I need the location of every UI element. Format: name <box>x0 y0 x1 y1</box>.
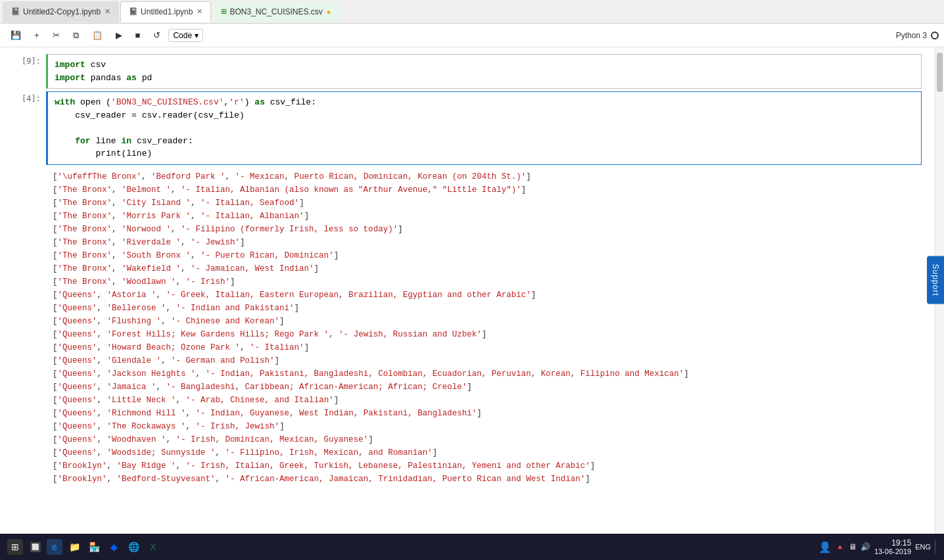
str-filename: 'BON3_NC_CUISINES.csv' <box>111 97 224 107</box>
output-line: ['Queens', 'Little Neck ', '- Arab, Chin… <box>53 394 915 407</box>
output-line: ['The Bronx', 'Morris Park ', '- Italian… <box>53 210 915 223</box>
tab-modified-indicator: ● <box>327 8 331 16</box>
scrollbar-thumb[interactable] <box>937 53 943 92</box>
output-content: ['\ufeffThe Bronx', 'Bedford Park ', '- … <box>46 168 922 488</box>
output-line: ['The Bronx', 'Wakefield ', '- Jamaican,… <box>53 262 915 275</box>
chrome-button[interactable]: 🌐 <box>126 539 141 555</box>
cell-type-select[interactable]: Code ▾ <box>168 29 203 42</box>
cell-2-label: [4]: <box>0 91 46 165</box>
restart-button[interactable]: ↺ <box>148 28 166 43</box>
chevron-down-icon: ▾ <box>195 31 199 40</box>
windows-icon: ⊞ <box>11 542 19 552</box>
add-cell-button[interactable]: + <box>29 28 45 43</box>
notebook-icon: 📓 <box>11 7 20 16</box>
tab-csv[interactable]: ⊞ BON3_NC_CUISINES.csv ● <box>212 1 339 22</box>
output-line: ['Brooklyn', 'Bedford-Stuyvesant', '- Af… <box>53 473 915 486</box>
keyword-as1: as <box>126 73 137 83</box>
cell-1-label: [9]: <box>0 54 46 89</box>
output-line: ['Queens', 'Bellerose ', '- Indian and P… <box>53 302 915 315</box>
dropbox-icon: ◆ <box>110 542 118 552</box>
output-line: ['Queens', 'Astoria ', '- Greek, Italian… <box>53 289 915 302</box>
arg-csvfile: csv_file <box>198 110 239 120</box>
folder-button[interactable]: 📁 <box>66 539 82 555</box>
task-view-button[interactable]: 🔲 <box>27 539 43 555</box>
output-line: ['Queens', 'Woodhaven ', '- Irish, Domin… <box>53 433 915 446</box>
copy-button[interactable]: ⧉ <box>68 28 84 43</box>
output-line: ['Queens', 'Forest Hills; Kew Gardens Hi… <box>53 328 915 341</box>
kernel-circle-indicator <box>931 32 939 39</box>
output-line: ['Queens', 'Richmond Hill ', '- Indian, … <box>53 407 915 420</box>
alias-pd: pd <box>142 73 153 83</box>
cell-2: [4]: with open ('BON3_NC_CUISINES.csv','… <box>0 91 935 165</box>
output-line: ['The Bronx', 'Norwood ', '- Filipino (f… <box>53 223 915 236</box>
taskbar: ⊞ 🔲 e 📁 🏪 ◆ 🌐 X 👤 🔺 🖥 🔊 19:15 13-06-2019… <box>0 534 944 560</box>
paste-button[interactable]: 📋 <box>87 28 108 43</box>
keyword-in: in <box>121 136 131 146</box>
run-button[interactable]: ▶ <box>110 28 128 43</box>
var-line: line <box>95 136 116 146</box>
tab-close-btn2[interactable]: ✕ <box>197 7 202 16</box>
output-line: ['Queens', 'Woodside; Sunnyside ', '- Fi… <box>53 446 915 459</box>
kernel-label: Python 3 <box>896 31 927 40</box>
excel-icon: X <box>150 542 156 552</box>
main-content: [9]: import csv import pandas as pd [4]:… <box>0 47 944 534</box>
excel-button[interactable]: X <box>145 539 161 555</box>
var-csvreader: csv_reader <box>75 110 126 120</box>
fn-print: print <box>95 149 121 158</box>
stop-button[interactable]: ■ <box>130 28 146 43</box>
output-line: ['Queens', 'Jackson Heights ', '- Indian… <box>53 367 915 381</box>
cell-2-input[interactable]: with open ('BON3_NC_CUISINES.csv','r') a… <box>46 91 922 165</box>
output-line: ['The Bronx', 'Woodlawn ', '- Irish'] <box>53 275 915 289</box>
keyword-as2: as <box>254 97 265 107</box>
start-button[interactable]: ⊞ <box>7 539 23 555</box>
module-pandas: pandas <box>91 73 122 83</box>
dropbox-button[interactable]: ◆ <box>106 539 122 555</box>
tab-bar: 📓 Untitled2-Copy1.ipynb ✕ 📓 Untitled1.ip… <box>0 0 944 24</box>
tab-untitled1[interactable]: 📓 Untitled1.ipynb ✕ <box>120 1 211 22</box>
notebook-icon2: 📓 <box>129 7 138 16</box>
kernel-status: Python 3 <box>896 31 939 40</box>
output-line: ['Brooklyn', 'Bay Ridge ', '- Irish, Ita… <box>53 459 915 473</box>
module-csv: csv <box>91 60 106 70</box>
cell-type-label: Code <box>173 31 192 40</box>
support-tab[interactable]: Support <box>927 256 944 304</box>
tab-close-btn[interactable]: ✕ <box>105 7 110 16</box>
person-icon: 👤 <box>818 541 832 553</box>
cell-2-content: with open ('BON3_NC_CUISINES.csv','r') a… <box>46 91 922 165</box>
edge-button[interactable]: e <box>47 539 62 555</box>
var-csvfile: csv_file <box>270 97 311 107</box>
cell-1-input[interactable]: import csv import pandas as pd <box>46 54 922 89</box>
output-line: ['Queens', 'Glendale ', '- German and Po… <box>53 354 915 367</box>
edge-icon: e <box>52 542 57 552</box>
save-button[interactable]: 💾 <box>5 28 26 43</box>
taskbar-right: 👤 🔺 🖥 🔊 19:15 13-06-2019 ENG <box>818 538 939 555</box>
output-line: ['The Bronx', 'Belmont ', '- Italian, Al… <box>53 183 915 197</box>
keyword-import2: import <box>55 73 85 83</box>
tab-label3: BON3_NC_CUISINES.csv <box>229 7 322 16</box>
output-line: ['\ufeffThe Bronx', 'Bedford Park ', '- … <box>53 170 915 183</box>
cut-button[interactable]: ✂ <box>47 28 65 43</box>
notification-area: 🔺 <box>836 543 845 551</box>
store-icon: 🏪 <box>89 542 100 552</box>
str-mode: 'r' <box>229 97 244 107</box>
tab-label2: Untitled1.ipynb <box>141 7 193 16</box>
task-view-icon: 🔲 <box>30 542 41 552</box>
fn-csvreader: csv.reader <box>142 110 193 120</box>
lang-indicator: ENG <box>915 543 931 551</box>
output-line: ['Queens', 'The Rockaways ', '- Irish, J… <box>53 420 915 433</box>
chrome-icon: 🌐 <box>128 542 139 552</box>
output-line: ['The Bronx', 'Riverdale ', '- Jewish'] <box>53 236 915 249</box>
output-line: ['Queens', 'Flushing ', '- Chinese and K… <box>53 315 915 328</box>
cell-output: ['\ufeffThe Bronx', 'Bedford Park ', '- … <box>46 168 922 488</box>
cell-1-content: import csv import pandas as pd <box>46 54 922 89</box>
csv-icon: ⊞ <box>221 7 227 16</box>
output-line: ['Queens', 'Howard Beach; Ozone Park ', … <box>53 341 915 354</box>
tab-untitled2-copy[interactable]: 📓 Untitled2-Copy1.ipynb ✕ <box>3 1 119 22</box>
tab-label: Untitled2-Copy1.ipynb <box>23 7 101 16</box>
show-desktop-btn[interactable] <box>935 540 939 553</box>
network-icon: 🖥 <box>849 542 857 551</box>
store-button[interactable]: 🏪 <box>86 539 102 555</box>
time-display: 19:15 <box>874 538 911 548</box>
keyword-import1: import <box>55 60 85 70</box>
notebook-area[interactable]: [9]: import csv import pandas as pd [4]:… <box>0 47 935 534</box>
